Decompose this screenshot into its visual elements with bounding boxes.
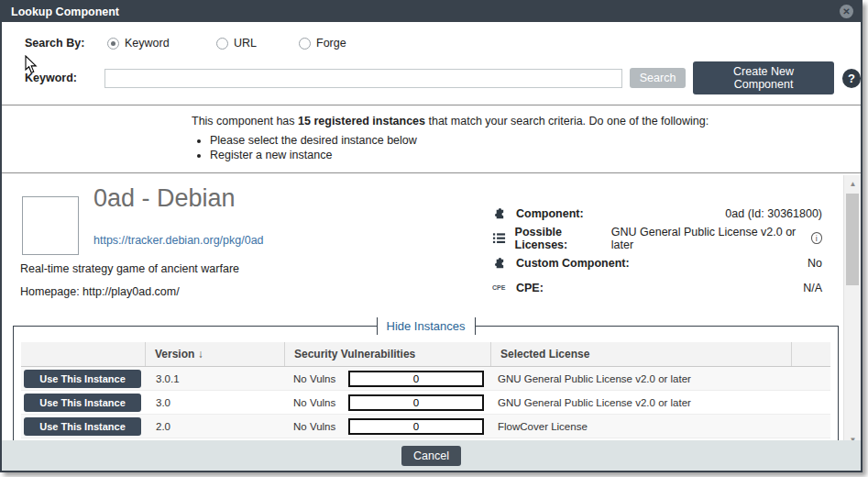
radio-forge-icon[interactable] <box>299 38 311 50</box>
message-bullets: Please select the desired instance below… <box>194 134 852 161</box>
vuln-status: No Vulns <box>284 373 335 384</box>
attribute-component: Component: 0ad (Id: 30361800) <box>492 201 822 226</box>
keyword-input[interactable] <box>104 69 622 88</box>
hide-instances-link[interactable]: Hide Instances <box>377 317 476 335</box>
bullet-item: Please select the desired instance below <box>210 134 852 147</box>
message-line: This component has 15 registered instanc… <box>192 115 852 128</box>
vertical-scrollbar[interactable]: ▲ ▼ <box>843 175 861 451</box>
header-selected-license: Selected License <box>490 342 791 366</box>
attribute-custom-component: Custom Component: No <box>492 250 822 275</box>
dialog-footer: Cancel <box>2 440 861 471</box>
license-cell: GNU General Public License v2.0 or later <box>490 397 791 408</box>
version-cell: 2.0 <box>145 421 284 432</box>
instance-row: Use This Instance 2.0 No Vulns FlowCover… <box>21 415 830 438</box>
radio-url[interactable]: URL <box>216 37 268 50</box>
attribute-possible-licenses: Possible Licenses: GNU General Public Li… <box>492 226 822 250</box>
vulnerabilities-cell: No Vulns <box>284 367 490 390</box>
component-detail-panel: 0ad - Debian https://tracker.debian.org/… <box>2 173 861 451</box>
license-cell: FlowCover License <box>490 421 791 432</box>
search-by-row: Search By: Keyword URL Forge <box>25 37 861 50</box>
instances-table: Version ↓ Security Vulnerabilities Selec… <box>21 342 830 451</box>
use-this-instance-button[interactable]: Use This Instance <box>24 417 141 436</box>
scrollbar-thumb[interactable] <box>846 194 859 285</box>
instances-table-header: Version ↓ Security Vulnerabilities Selec… <box>21 342 830 367</box>
cpe-icon: CPE <box>492 284 512 291</box>
radio-url-icon[interactable] <box>216 38 228 50</box>
attribute-cpe: CPE CPE: N/A <box>492 275 822 300</box>
license-cell: GNU General Public License v2.0 or later <box>490 373 791 384</box>
header-extra <box>791 342 830 366</box>
search-button[interactable]: Search <box>630 68 687 88</box>
vuln-status: No Vulns <box>284 397 335 408</box>
component-attributes: Component: 0ad (Id: 30361800) Possible L… <box>492 201 822 300</box>
possible-licenses-value: GNU General Public License v2.0 or later <box>611 226 808 251</box>
list-icon <box>492 231 511 245</box>
instances-panel: Hide Instances Version ↓ Security Vulner… <box>13 326 839 451</box>
vuln-count-input[interactable] <box>348 418 484 435</box>
instance-row: Use This Instance 3.0 No Vulns GNU Gener… <box>21 391 830 415</box>
cancel-button[interactable]: Cancel <box>401 446 461 466</box>
lookup-component-dialog: Lookup Component ✕ Search By: Keyword UR… <box>0 0 863 472</box>
cpe-value: N/A <box>803 282 822 294</box>
license-info-icon[interactable]: i <box>811 232 822 244</box>
vuln-count-input[interactable] <box>348 394 484 411</box>
bullet-item: Register a new instance <box>210 149 852 161</box>
screen: Lookup Component ✕ Search By: Keyword UR… <box>0 0 868 477</box>
radio-forge[interactable]: Forge <box>299 37 346 50</box>
search-section: Search By: Keyword URL Forge Keyword: Se… <box>2 22 861 105</box>
component-tracker-link[interactable]: https://tracker.debian.org/pkg/0ad <box>93 234 264 247</box>
search-by-label: Search By: <box>25 37 107 50</box>
header-security-vulnerabilities: Security Vulnerabilities <box>284 342 490 366</box>
keyword-label: Keyword: <box>25 72 104 84</box>
component-description: Real-time strategy game of ancient warfa… <box>20 262 239 275</box>
puzzle-icon <box>492 256 512 270</box>
component-image-placeholder <box>22 196 79 255</box>
custom-component-value: No <box>808 257 822 270</box>
vuln-count-input[interactable] <box>348 371 484 387</box>
component-id-value: 0ad (Id: 30361800) <box>725 207 822 220</box>
help-icon[interactable]: ? <box>842 69 861 88</box>
puzzle-icon <box>492 206 512 220</box>
component-homepage: Homepage: http://play0ad.com/ <box>20 285 180 298</box>
dialog-title: Lookup Component <box>11 6 119 18</box>
keyword-row: Keyword: Search Create New Component ? <box>25 61 861 94</box>
scroll-up-icon[interactable]: ▲ <box>844 177 861 192</box>
version-cell: 3.0.1 <box>145 373 284 384</box>
instances-count: 15 registered instances <box>298 115 425 128</box>
vulnerabilities-cell: No Vulns <box>284 415 490 438</box>
instances-message: This component has 15 registered instanc… <box>2 105 861 173</box>
use-this-instance-button[interactable]: Use This Instance <box>24 394 141 412</box>
header-actions <box>21 342 145 366</box>
radio-keyword[interactable]: Keyword <box>107 37 185 50</box>
vuln-status: No Vulns <box>284 421 335 432</box>
dialog-titlebar: Lookup Component ✕ <box>2 2 861 22</box>
instance-row: Use This Instance 3.0.1 No Vulns GNU Gen… <box>21 367 830 391</box>
component-title: 0ad - Debian <box>93 184 236 213</box>
header-version[interactable]: Version ↓ <box>145 342 284 366</box>
version-cell: 3.0 <box>145 397 284 408</box>
create-new-component-button[interactable]: Create New Component <box>693 61 833 94</box>
vulnerabilities-cell: No Vulns <box>284 391 490 414</box>
use-this-instance-button[interactable]: Use This Instance <box>24 370 141 388</box>
sort-desc-icon: ↓ <box>198 348 203 361</box>
radio-keyword-icon[interactable] <box>107 38 119 50</box>
close-icon[interactable]: ✕ <box>840 5 853 18</box>
